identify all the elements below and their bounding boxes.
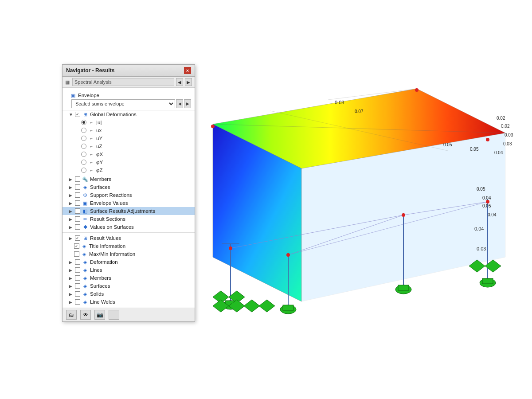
expand-arrow-solids: ▶ xyxy=(69,292,74,297)
tree-item-values-on-surfaces[interactable]: ▶ ✱ Values on Surfaces xyxy=(63,223,195,231)
checkbox-deformation[interactable] xyxy=(75,259,80,265)
radio-phiy[interactable] xyxy=(81,160,86,165)
checkbox-solids[interactable] xyxy=(75,291,80,297)
tree-item-result-values[interactable]: ▶ ⊞ Result Values xyxy=(63,234,195,242)
envelope-dropdown-select[interactable]: Scaled sums envelope xyxy=(71,99,175,108)
radio-uy[interactable] xyxy=(81,136,86,141)
expand-arrow-surfaces2: ▶ xyxy=(69,284,74,289)
expand-arrow-result-values: ▶ xyxy=(69,236,74,241)
tree-item-global-deformations[interactable]: ▼ ⊞ Global Deformations xyxy=(63,110,195,118)
expand-arrow-support-reactions: ▶ xyxy=(69,193,74,198)
surfaces-icon: ◈ xyxy=(82,184,89,190)
envelope-nav-next[interactable]: ▶ xyxy=(184,99,191,108)
expand-arrow-values-surfaces: ▶ xyxy=(69,225,74,230)
svg-text:0.05: 0.05 xyxy=(482,203,491,208)
expand-arrow-deformation: ▶ xyxy=(69,260,74,265)
tree-item-surfaces2[interactable]: ▶ ◈ Surfaces xyxy=(63,282,195,290)
envelope-item[interactable]: ▣ Envelope xyxy=(66,91,191,99)
tree-item-surface-results-adj[interactable]: ▶ ◧ Surface Results Adjustments xyxy=(63,207,195,215)
tree-item-uy[interactable]: ⌐ uY xyxy=(63,134,195,142)
tree-section-deformations: ▼ ⊞ Global Deformations ⌐ |u| ⌐ ux ⌐ uY xyxy=(63,110,195,174)
close-button[interactable]: × xyxy=(184,67,191,74)
tree-item-solids[interactable]: ▶ ◈ Solids xyxy=(63,290,195,298)
tree-item-result-sections[interactable]: ▶ ✏ Result Sections xyxy=(63,215,195,223)
tree-item-uz[interactable]: ⌐ uZ xyxy=(63,142,195,150)
ux-label: ux xyxy=(96,128,102,133)
tree-item-members[interactable]: ▶ 🔩 Members xyxy=(63,175,195,183)
checkbox-line-welds[interactable] xyxy=(75,299,80,305)
svg-text:0.04: 0.04 xyxy=(482,196,491,200)
viz-container: 0.08 0.07 0.05 0.05 0.05 0.04 0.05 0.04 … xyxy=(186,44,523,346)
nav-next-button[interactable]: ▶ xyxy=(185,78,192,86)
expand-arrow-surface-adj: ▶ xyxy=(69,209,74,214)
tree-item-line-welds[interactable]: ▶ ◈ Line Welds xyxy=(63,298,195,306)
tree-item-members2[interactable]: ▶ ◈ Members xyxy=(63,274,195,282)
tree-item-u-abs[interactable]: ⌐ |u| xyxy=(63,118,195,126)
checkbox-members[interactable] xyxy=(75,176,80,182)
radio-uz[interactable] xyxy=(81,144,86,149)
svg-point-24 xyxy=(286,253,290,257)
bottom-ruler-button[interactable]: — xyxy=(109,310,119,320)
tree-item-deformation[interactable]: ▶ ◈ Deformation xyxy=(63,258,195,266)
checkbox-surface-adj[interactable] xyxy=(75,208,80,214)
bottom-nav-button[interactable]: 🗂 xyxy=(66,310,77,320)
checkbox-lines[interactable] xyxy=(75,267,80,273)
result-values-label: Result Values xyxy=(90,235,121,241)
checkbox-result-values[interactable] xyxy=(75,235,80,241)
solids-icon: ◈ xyxy=(82,291,89,297)
values-on-surfaces-label: Values on Surfaces xyxy=(90,224,134,230)
checkbox-maxmin-info[interactable] xyxy=(74,251,79,257)
radio-u-abs[interactable] xyxy=(81,120,86,125)
tree-item-envelope-values[interactable]: ▶ ▣ Envelope Values xyxy=(63,199,195,207)
bottom-eye-button[interactable]: 👁 xyxy=(80,310,91,320)
tree-item-phiy[interactable]: ⌐ φY xyxy=(63,158,195,166)
envelope-values-icon: ▣ xyxy=(82,200,89,206)
u-abs-icon: ⌐ xyxy=(88,119,95,125)
surfaces2-label: Surfaces xyxy=(90,283,110,289)
checkbox-title-info[interactable] xyxy=(74,243,79,249)
toolbar-label: Spectral Analysis xyxy=(72,78,174,86)
uy-icon: ⌐ xyxy=(88,135,95,141)
checkbox-values-on-surfaces[interactable] xyxy=(75,224,80,230)
phix-label: φX xyxy=(96,152,103,157)
svg-point-28 xyxy=(415,88,419,92)
checkbox-result-sections[interactable] xyxy=(75,216,80,222)
deformations-icon: ⊞ xyxy=(82,111,89,117)
maxmin-info-icon: ◈ xyxy=(81,251,88,257)
tree-item-phix[interactable]: ⌐ φX xyxy=(63,150,195,158)
toolbar-icon: ▦ xyxy=(65,79,70,85)
deformation-icon: ◈ xyxy=(82,259,89,265)
tree-item-lines[interactable]: ▶ ◈ Lines xyxy=(63,266,195,274)
radio-ux[interactable] xyxy=(81,128,86,133)
deformation-label: Deformation xyxy=(90,259,118,265)
radio-phiz[interactable] xyxy=(81,168,86,173)
bottom-camera-button[interactable]: 📷 xyxy=(94,310,105,320)
checkbox-envelope-values[interactable] xyxy=(75,200,80,206)
checkbox-surfaces2[interactable] xyxy=(75,283,80,289)
uy-label: uY xyxy=(96,136,102,141)
expand-arrow-line-welds: ▶ xyxy=(69,300,74,305)
svg-text:0.04: 0.04 xyxy=(494,150,503,155)
tree-item-support-reactions[interactable]: ▶ ⚙ Support Reactions xyxy=(63,191,195,199)
envelope-icon: ▣ xyxy=(70,92,77,98)
radio-phix[interactable] xyxy=(81,152,86,157)
checkbox-surfaces[interactable] xyxy=(75,184,80,190)
envelope-nav-prev[interactable]: ◀ xyxy=(176,99,183,108)
svg-point-29 xyxy=(211,125,215,128)
surfaces2-icon: ◈ xyxy=(82,283,89,289)
tree-item-maxmin-information[interactable]: ◈ Max/Min Information xyxy=(63,250,195,258)
tree-item-ux[interactable]: ⌐ ux xyxy=(63,126,195,134)
title-info-label: Title Information xyxy=(89,243,125,249)
tree-item-phiz[interactable]: ⌐ φZ xyxy=(63,166,195,174)
tree-item-title-information[interactable]: ◈ Title Information xyxy=(63,242,195,250)
svg-point-27 xyxy=(486,138,489,141)
phiy-label: φY xyxy=(96,160,103,165)
expand-arrow-members2: ▶ xyxy=(69,276,74,281)
checkbox-support-reactions[interactable] xyxy=(75,192,80,198)
deformations-label: Global Deformations xyxy=(90,112,137,117)
checkbox-global-deformations[interactable] xyxy=(75,112,80,117)
checkbox-members2[interactable] xyxy=(75,275,80,281)
tree-item-surfaces[interactable]: ▶ ◈ Surfaces xyxy=(63,183,195,191)
members2-icon: ◈ xyxy=(82,275,89,281)
nav-prev-button[interactable]: ◀ xyxy=(176,78,183,86)
